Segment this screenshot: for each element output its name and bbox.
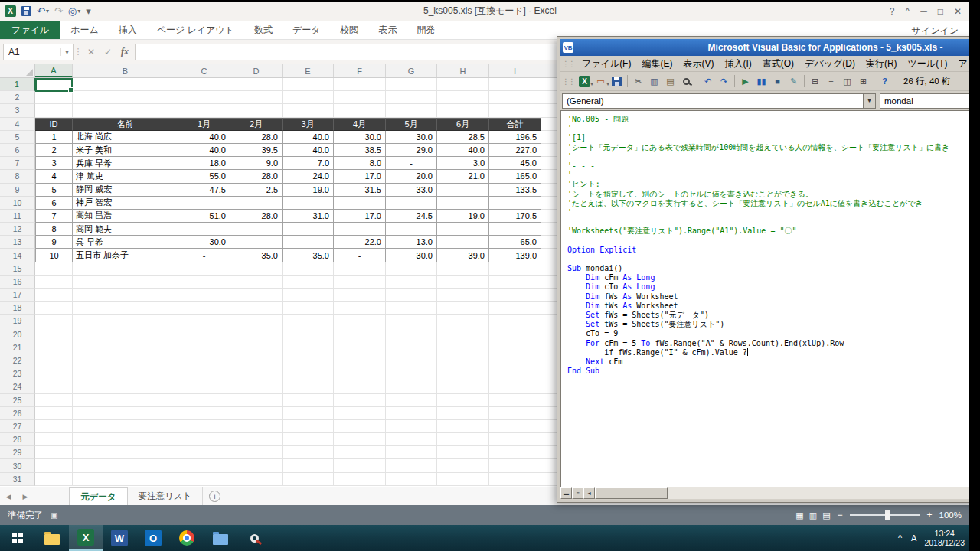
row-header-5[interactable]: 5 <box>0 131 35 144</box>
paste-button[interactable]: ▤ <box>662 74 678 89</box>
cell[interactable] <box>334 276 386 289</box>
cell[interactable] <box>283 328 334 341</box>
copy-button[interactable]: ▥ <box>646 74 662 89</box>
cell[interactable]: 3.0 <box>437 157 489 170</box>
insert-userform-button[interactable]: ▭▾ <box>593 74 609 89</box>
cell[interactable] <box>437 341 489 354</box>
code-line[interactable]: For cFm = 5 To fWs.Range("A" & Rows.Coun… <box>567 339 980 348</box>
cell[interactable] <box>35 433 73 446</box>
code-line[interactable]: 'たとえば、以下のマクロを実行すると、シート「要注意リスト」のセルA1に値を書き… <box>567 199 980 208</box>
cell[interactable] <box>334 394 386 407</box>
cell[interactable]: 30.0 <box>334 131 386 144</box>
break-button[interactable]: ▮▮ <box>753 74 769 89</box>
column-header-I[interactable]: I <box>489 64 541 77</box>
cell[interactable] <box>73 420 178 433</box>
cell[interactable] <box>334 78 386 91</box>
cell[interactable] <box>489 394 541 407</box>
cell[interactable] <box>334 328 386 341</box>
code-line[interactable] <box>567 217 980 227</box>
cell[interactable]: 35.0 <box>230 249 283 262</box>
code-line[interactable]: Dim cFm As Long <box>567 273 980 282</box>
cell[interactable]: 17.0 <box>334 170 386 183</box>
cell[interactable] <box>73 459 178 472</box>
cell[interactable]: 38.5 <box>334 144 386 157</box>
cancel-button[interactable]: ✕ <box>83 47 100 57</box>
cell[interactable]: 合計 <box>489 118 541 131</box>
cell[interactable] <box>178 262 230 276</box>
cell[interactable]: 55.0 <box>178 170 230 183</box>
cell[interactable] <box>73 473 178 486</box>
cell[interactable] <box>437 315 489 328</box>
cell[interactable] <box>35 380 73 393</box>
cell[interactable]: 65.0 <box>489 236 541 249</box>
cell[interactable] <box>178 302 230 315</box>
save-button[interactable] <box>609 74 625 89</box>
maximize-button[interactable]: □ <box>938 6 943 17</box>
cell[interactable] <box>35 91 73 104</box>
column-header-E[interactable]: E <box>283 64 334 77</box>
cell[interactable] <box>386 420 437 433</box>
cell[interactable] <box>386 341 437 354</box>
redo-button-icon[interactable]: ↷ <box>720 77 727 86</box>
cell[interactable]: 4 <box>35 170 73 183</box>
cell[interactable] <box>334 473 386 486</box>
cell[interactable]: 40.0 <box>283 131 334 144</box>
cell[interactable] <box>178 433 230 446</box>
cell[interactable] <box>230 328 283 341</box>
row-header-18[interactable]: 18 <box>0 302 35 315</box>
row-header-13[interactable]: 13 <box>0 236 35 249</box>
cell[interactable]: 呉 早希 <box>73 236 178 249</box>
code-line[interactable]: 'シートを指定して、別のシートのセルに値を書き込むことができる。 <box>567 190 980 199</box>
cell[interactable] <box>73 262 178 276</box>
code-line[interactable]: ' <box>567 171 980 180</box>
row-header-1[interactable]: 1 <box>0 78 35 91</box>
cell[interactable] <box>334 367 386 380</box>
cell[interactable]: 29.0 <box>386 144 437 157</box>
cell[interactable]: 170.5 <box>489 210 541 223</box>
cell[interactable]: 40.0 <box>178 144 230 157</box>
cell[interactable]: 1 <box>35 131 73 144</box>
cell[interactable] <box>283 78 334 91</box>
design-mode-button-icon[interactable]: ✎ <box>790 77 797 86</box>
cell[interactable] <box>230 315 283 328</box>
cell[interactable] <box>489 104 541 117</box>
code-line[interactable]: 'ヒント: <box>567 180 980 189</box>
row-header-7[interactable]: 7 <box>0 157 35 170</box>
cell[interactable] <box>230 473 283 486</box>
cell[interactable] <box>437 407 489 420</box>
cell[interactable]: 20.0 <box>386 170 437 183</box>
cell[interactable]: 5月 <box>386 118 437 131</box>
cell[interactable]: - <box>230 236 283 249</box>
cell[interactable] <box>489 473 541 486</box>
cut-button-icon[interactable]: ✂ <box>635 77 642 86</box>
cell[interactable] <box>386 91 437 104</box>
cell[interactable] <box>283 380 334 393</box>
cell[interactable]: 19.0 <box>437 210 489 223</box>
cell[interactable]: 31.5 <box>334 184 386 197</box>
cell[interactable] <box>283 315 334 328</box>
cell[interactable]: - <box>489 223 541 236</box>
cell[interactable] <box>386 276 437 289</box>
cell[interactable] <box>283 433 334 446</box>
page-break-preview-button[interactable]: ▤ <box>822 510 830 520</box>
procedure-view-button[interactable]: ▬ <box>560 487 572 499</box>
cell[interactable] <box>489 315 541 328</box>
code-editor[interactable]: 'No.005 - 問題''[1]'シート「元データ」にある表で残業時間が100… <box>560 110 980 487</box>
cell[interactable] <box>230 104 283 117</box>
cell[interactable] <box>283 367 334 380</box>
cell[interactable]: 28.5 <box>437 131 489 144</box>
cell[interactable] <box>73 289 178 302</box>
zoom-in-button[interactable]: + <box>927 510 933 520</box>
reset-button-icon[interactable]: ■ <box>775 77 780 86</box>
cell[interactable]: 165.0 <box>489 170 541 183</box>
cell[interactable] <box>283 276 334 289</box>
cell[interactable]: 7 <box>35 210 73 223</box>
cell[interactable] <box>489 354 541 367</box>
vbe-menu-ファイル(F)[interactable]: ファイル(F) <box>577 57 636 70</box>
cell[interactable]: 45.0 <box>489 157 541 170</box>
row-header-21[interactable]: 21 <box>0 341 35 354</box>
cell[interactable] <box>334 341 386 354</box>
name-box[interactable]: A1 ▾ <box>3 44 74 60</box>
cell[interactable] <box>178 354 230 367</box>
properties-window-button[interactable]: ≡ <box>823 74 839 89</box>
